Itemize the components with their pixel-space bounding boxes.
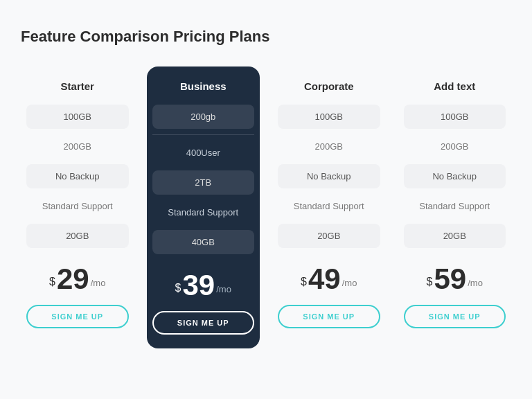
price-dollar-starter: $	[49, 276, 55, 288]
plans-container: Starter100GB200GBNo BackupStandard Suppo…	[21, 80, 511, 348]
price-mo-business: /mo	[216, 284, 231, 294]
price-amount-starter: 29	[57, 265, 89, 294]
feature-row-add-text-2: No Backup	[404, 164, 506, 188]
plan-name-corporate: Corporate	[304, 80, 354, 92]
plan-card-starter: Starter100GB200GBNo BackupStandard Suppo…	[21, 80, 134, 348]
feature-row-starter-3: Standard Support	[26, 194, 129, 218]
feature-row-add-text-3: Standard Support	[404, 194, 506, 218]
feature-row-corporate-3: Standard Support	[278, 194, 380, 218]
plan-name-business: Business	[180, 80, 227, 92]
featured-divider	[152, 134, 255, 135]
feature-row-add-text-4: 20GB	[404, 224, 506, 248]
signup-button-add-text[interactable]: SIGN ME UP	[404, 305, 506, 328]
page-title: Feature Comparison Pricing Plans	[21, 28, 269, 46]
price-section-add-text: $59/mo	[427, 265, 483, 294]
price-amount-business: 39	[183, 271, 215, 300]
feature-row-corporate-4: 20GB	[278, 224, 380, 248]
feature-row-corporate-0: 100GB	[278, 105, 380, 129]
feature-row-add-text-1: 200GB	[404, 134, 506, 159]
feature-row-business-3: Standard Support	[152, 200, 255, 224]
feature-row-corporate-2: No Backup	[278, 164, 380, 188]
feature-row-business-2: 2TB	[152, 170, 255, 195]
plan-card-add-text: Add text100GB200GBNo BackupStandard Supp…	[398, 80, 512, 348]
price-section-starter: $29/mo	[49, 265, 105, 294]
plan-card-business: Business200gb400User2TBStandard Support4…	[147, 66, 260, 348]
price-dollar-add-text: $	[427, 276, 433, 288]
signup-button-starter[interactable]: SIGN ME UP	[26, 305, 129, 328]
price-amount-add-text: 59	[434, 265, 467, 294]
plan-card-corporate: Corporate100GB200GBNo BackupStandard Sup…	[272, 80, 386, 348]
feature-row-add-text-0: 100GB	[404, 105, 506, 129]
feature-row-business-1: 400User	[152, 141, 255, 165]
price-mo-starter: /mo	[91, 278, 106, 288]
plan-name-starter: Starter	[61, 80, 94, 92]
feature-row-business-4: 40GB	[152, 230, 255, 254]
price-section-business: $39/mo	[175, 271, 231, 300]
signup-button-corporate[interactable]: SIGN ME UP	[278, 305, 380, 328]
price-section-corporate: $49/mo	[301, 265, 357, 294]
feature-row-corporate-1: 200GB	[278, 134, 380, 159]
signup-button-business[interactable]: SIGN ME UP	[152, 311, 255, 335]
feature-row-starter-2: No Backup	[26, 164, 129, 188]
price-dollar-corporate: $	[301, 276, 307, 288]
feature-row-starter-1: 200GB	[26, 134, 129, 159]
feature-row-starter-0: 100GB	[26, 105, 129, 129]
price-mo-corporate: /mo	[342, 278, 357, 288]
price-dollar-business: $	[175, 282, 181, 294]
feature-row-business-0: 200gb	[152, 105, 255, 129]
feature-row-starter-4: 20GB	[26, 224, 129, 248]
plan-name-add-text: Add text	[434, 80, 475, 92]
price-amount-corporate: 49	[308, 265, 341, 294]
price-mo-add-text: /mo	[468, 278, 483, 288]
